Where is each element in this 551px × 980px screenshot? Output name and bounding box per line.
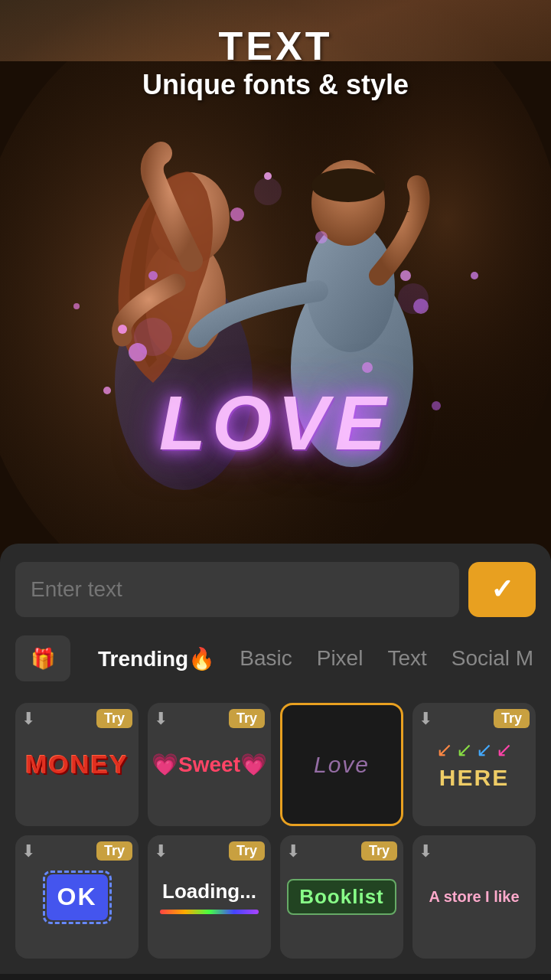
loading-bar (160, 910, 259, 914)
category-tabs: 🎁 Trending🔥 Basic Pixel Text Social M (15, 635, 536, 681)
svg-point-25 (254, 178, 282, 205)
tab-trending[interactable]: Trending🔥 (86, 640, 227, 678)
svg-point-14 (230, 207, 244, 221)
tab-text[interactable]: Text (375, 640, 439, 677)
confirm-button[interactable]: ✓ (468, 562, 536, 617)
money-text: MONEY (25, 750, 129, 779)
sticker-ok[interactable]: ⬇ Try OK (15, 835, 139, 959)
here-content: ↙ ↙ ↙ ↙ HERE (436, 738, 513, 791)
download-icon: ⬇ (154, 709, 168, 729)
sticker-loading[interactable]: ⬇ Try Loading... (148, 835, 271, 959)
loading-content: Loading... (160, 880, 259, 914)
hero-section: TEXT Unique fonts & style LOVE (0, 0, 551, 559)
page-subtitle: Unique fonts & style (142, 69, 409, 101)
store-text: A store I like (422, 888, 525, 906)
svg-point-20 (432, 401, 441, 410)
tab-pixel[interactable]: Pixel (305, 640, 376, 677)
svg-point-19 (103, 387, 111, 394)
svg-point-11 (118, 325, 127, 334)
try-badge: Try (494, 709, 530, 728)
booklist-text: Booklist (287, 879, 396, 915)
svg-point-16 (315, 231, 328, 243)
download-icon: ⬇ (419, 709, 432, 729)
text-input[interactable] (15, 562, 459, 617)
try-badge: Try (361, 841, 397, 861)
bottom-panel: ✓ 🎁 Trending🔥 Basic Pixel Text Social M … (0, 544, 551, 974)
download-icon: ⬇ (21, 841, 35, 861)
arrows-row: ↙ ↙ ↙ ↙ (436, 738, 513, 762)
sticker-sweet[interactable]: ⬇ Try 💗Sweet💗 (148, 703, 271, 826)
here-label: HERE (436, 765, 513, 791)
check-icon: ✓ (491, 573, 514, 606)
couple-silhouette (0, 61, 551, 559)
tab-social[interactable]: Social M (439, 640, 536, 677)
tab-basic[interactable]: Basic (227, 640, 304, 677)
svg-point-13 (400, 270, 411, 281)
sweet-text: 💗Sweet💗 (152, 752, 267, 777)
ok-text: OK (57, 883, 97, 911)
try-badge: Try (229, 841, 265, 861)
header-section: TEXT Unique fonts & style (142, 23, 409, 101)
sticker-store[interactable]: ⬇ A store I like (412, 835, 536, 959)
ok-inner: OK (47, 874, 108, 920)
download-icon: ⬇ (154, 841, 168, 861)
try-badge: Try (96, 841, 132, 861)
svg-point-21 (73, 303, 80, 309)
sticker-here[interactable]: ⬇ Try ↙ ↙ ↙ ↙ HERE (412, 703, 536, 826)
gift-icon: 🎁 (31, 647, 55, 671)
tab-icon-button[interactable]: 🎁 (15, 635, 70, 681)
svg-point-18 (362, 362, 373, 373)
sticker-booklist[interactable]: ⬇ Try Booklist (280, 835, 403, 959)
download-icon: ⬇ (419, 841, 432, 861)
svg-point-17 (148, 271, 158, 280)
ok-container: OK (43, 871, 112, 924)
try-badge: Try (96, 709, 132, 728)
download-icon: ⬇ (21, 709, 35, 729)
sticker-love[interactable]: Love (280, 703, 403, 826)
love-text: Love (314, 752, 370, 778)
loading-text: Loading... (160, 880, 259, 903)
sticker-money[interactable]: ⬇ Try MONEY (15, 703, 139, 826)
svg-point-9 (311, 168, 385, 202)
try-badge: Try (229, 709, 265, 728)
page-title: TEXT (142, 23, 409, 69)
svg-point-23 (134, 318, 172, 356)
sticker-grid: ⬇ Try MONEY ⬇ Try 💗Sweet💗 Love ⬇ Try ↙ ↙… (15, 703, 536, 959)
svg-point-24 (398, 283, 429, 314)
input-row: ✓ (15, 562, 536, 617)
download-icon: ⬇ (286, 841, 300, 861)
love-overlay-text: LOVE (159, 379, 392, 467)
svg-point-22 (471, 272, 478, 279)
